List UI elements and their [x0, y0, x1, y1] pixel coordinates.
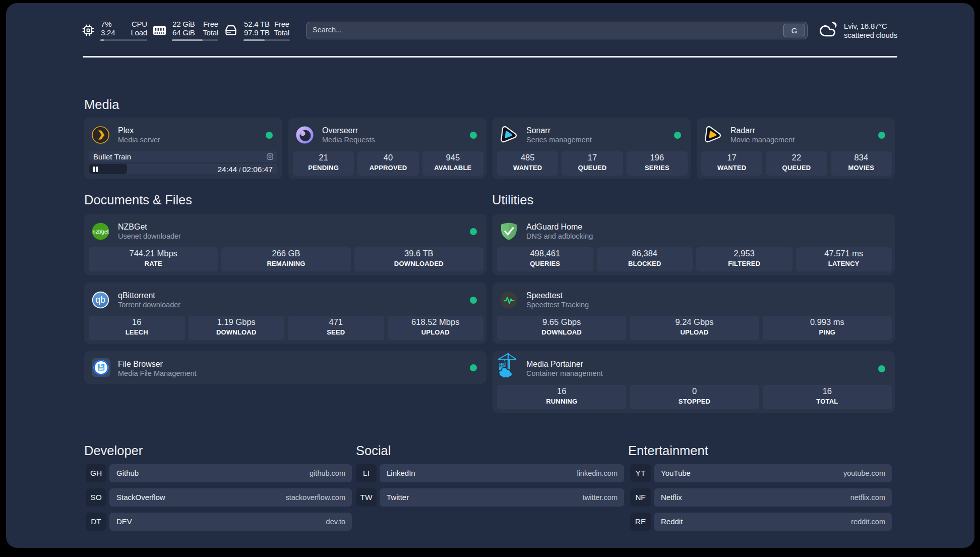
svg-text:nzbget: nzbget	[92, 229, 108, 235]
svg-text:qb: qb	[95, 295, 105, 305]
